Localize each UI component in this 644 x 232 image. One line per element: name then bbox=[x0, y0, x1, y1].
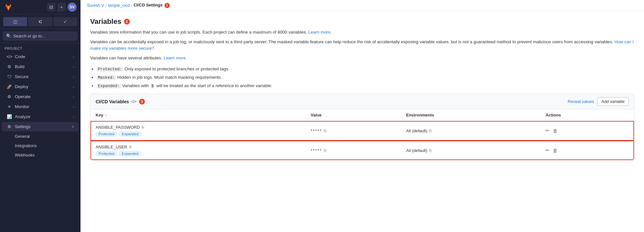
table-body: ANSIBLE_PASSWORD ⎘ Protected Expanded bbox=[90, 121, 634, 160]
sidebar-search-container: 🔍 Search or go to... bbox=[0, 29, 80, 43]
breadcrumb: Suresh V / simple_cicd / CI/CD Settings … bbox=[80, 0, 644, 11]
chevron-right-icon: › bbox=[73, 95, 74, 99]
sidebar-item-analyze-label: Analyze bbox=[15, 114, 30, 119]
sidebar-item-analyze[interactable]: 📊 Analyze › bbox=[2, 112, 79, 121]
nav-merge-btn[interactable]: ⑆ bbox=[28, 17, 52, 26]
row1-edit-icon[interactable]: ✏ bbox=[545, 128, 550, 134]
main-content: Suresh V / simple_cicd / CI/CD Settings … bbox=[80, 0, 644, 232]
nav-issues-btn[interactable]: ◫ bbox=[3, 17, 27, 26]
row2-value-cell: ***** ⎘ bbox=[306, 141, 401, 160]
learn-more-link-1[interactable]: Learn more. bbox=[308, 30, 332, 35]
sidebar-item-settings-label: Settings bbox=[15, 124, 31, 129]
sidebar-item-monitor[interactable]: ≡ Monitor › bbox=[2, 102, 79, 111]
row2-key-cell: ANSIBLE_USER ⎘ Protected Expanded bbox=[90, 141, 306, 160]
table-header-row: Key ↑ Value Environments Actions bbox=[90, 109, 634, 121]
table-row: ANSIBLE_USER ⎘ Protected Expanded bbox=[90, 141, 634, 160]
row1-env-cell: All (default) ⎘ bbox=[401, 121, 540, 141]
new-item-icon[interactable]: + bbox=[57, 3, 66, 11]
sidebar-item-build[interactable]: ⚙ Build › bbox=[2, 62, 79, 71]
sidebar-item-deploy[interactable]: 🚀 Deploy › bbox=[2, 82, 79, 91]
project-section-label: Project bbox=[0, 43, 80, 52]
row2-copy-env-icon[interactable]: ⎘ bbox=[429, 148, 432, 153]
gitlab-logo[interactable] bbox=[4, 3, 13, 12]
sidebar-item-webhooks[interactable]: Webhooks bbox=[2, 151, 79, 159]
code-icon: </> bbox=[6, 54, 12, 59]
sidebar-item-deploy-label: Deploy bbox=[15, 84, 28, 89]
row1-copy-env-icon[interactable]: ⎘ bbox=[429, 128, 432, 133]
col-environments: Environments bbox=[401, 109, 540, 121]
operate-icon: ⚙ bbox=[6, 94, 12, 99]
breadcrumb-project[interactable]: simple_cicd bbox=[108, 3, 130, 8]
sidebar-item-build-label: Build bbox=[15, 64, 24, 69]
search-placeholder: Search or go to... bbox=[13, 34, 45, 38]
page-content: Variables 2 Variables store information … bbox=[80, 11, 644, 232]
search-icon: 🔍 bbox=[6, 34, 11, 38]
sidebar-item-secure[interactable]: 🛡 Secure › bbox=[2, 72, 79, 81]
secure-icon: 🛡 bbox=[6, 74, 12, 79]
chevron-right-icon: › bbox=[73, 55, 74, 59]
row2-actions-cell: ✏ 🗑 bbox=[540, 141, 634, 160]
row2-edit-icon[interactable]: ✏ bbox=[545, 147, 550, 153]
user-avatar[interactable]: SV bbox=[68, 3, 77, 12]
nav-badge: 1 bbox=[165, 3, 170, 8]
chevron-right-icon: › bbox=[73, 75, 74, 79]
chevron-down-icon: ∨ bbox=[71, 125, 74, 129]
row2-delete-icon[interactable]: 🗑 bbox=[553, 148, 558, 153]
nav-ci-btn[interactable]: ✓ bbox=[53, 17, 77, 26]
row2-copy-key-icon[interactable]: ⎘ bbox=[129, 145, 132, 149]
row1-copy-value-icon[interactable]: ⎘ bbox=[324, 128, 327, 133]
chevron-right-icon: › bbox=[73, 65, 74, 69]
table-head: Key ↑ Value Environments Actions bbox=[90, 109, 634, 121]
expanded-code: Expanded: bbox=[97, 84, 121, 89]
row1-delete-icon[interactable]: 🗑 bbox=[553, 128, 558, 134]
variables-table: Key ↑ Value Environments Actions bbox=[90, 109, 634, 160]
row1-copy-key-icon[interactable]: ⎘ bbox=[142, 125, 144, 130]
sidebar-item-operate[interactable]: ⚙ Operate › bbox=[2, 92, 79, 101]
row1-actions-cell: ✏ 🗑 bbox=[540, 121, 634, 141]
breadcrumb-sep-2: / bbox=[131, 3, 132, 8]
sidebar-item-code[interactable]: </> Code › bbox=[2, 52, 79, 61]
sidebar-item-general[interactable]: General bbox=[2, 132, 79, 141]
row1-value: ***** bbox=[311, 128, 322, 133]
monitor-icon: ≡ bbox=[6, 104, 12, 109]
sidebar-item-integrations[interactable]: Integrations bbox=[2, 141, 79, 150]
table-row: ANSIBLE_PASSWORD ⎘ Protected Expanded bbox=[90, 121, 634, 141]
row2-tag-expanded: Expanded bbox=[119, 151, 141, 156]
masked-code: Masked: bbox=[97, 75, 116, 80]
row2-value: ***** bbox=[311, 148, 322, 153]
row1-tag-expanded: Expanded bbox=[119, 131, 141, 136]
sidebar-item-code-label: Code bbox=[15, 54, 25, 59]
description-3: Variables can have several attributes. L… bbox=[90, 55, 634, 61]
sidebar-top-left bbox=[4, 3, 13, 12]
row1-value-cell: ***** ⎘ bbox=[306, 121, 401, 141]
panel-title-icon: </> bbox=[131, 99, 137, 104]
sort-icon[interactable]: ↑ bbox=[105, 113, 107, 117]
variables-panel-header: CI/CD Variables </> 3 Reveal values Add … bbox=[90, 94, 634, 109]
bullets-list: Protected: Only exposed to protected bra… bbox=[97, 66, 634, 90]
variables-panel: CI/CD Variables </> 3 Reveal values Add … bbox=[90, 94, 634, 160]
bullet-protected: Protected: Only exposed to protected bra… bbox=[97, 66, 634, 73]
row1-env: All (default) bbox=[406, 128, 427, 133]
sidebar-item-settings[interactable]: ⚙ Settings ∨ bbox=[2, 122, 79, 131]
col-value: Value bbox=[306, 109, 401, 121]
row1-key-cell: ANSIBLE_PASSWORD ⎘ Protected Expanded bbox=[90, 121, 306, 141]
breadcrumb-user[interactable]: Suresh V bbox=[87, 3, 104, 8]
row2-tag-protected: Protected bbox=[96, 151, 117, 156]
reveal-values-button[interactable]: Reveal values bbox=[568, 99, 594, 104]
sidebar-search[interactable]: 🔍 Search or go to... bbox=[3, 32, 77, 40]
settings-icon: ⚙ bbox=[6, 124, 12, 129]
variables-count-badge: 2 bbox=[124, 19, 130, 25]
learn-more-link-2[interactable]: Learn more. bbox=[164, 55, 187, 60]
sidebar-nav-icons: ◫ ⑆ ✓ bbox=[0, 15, 80, 29]
analyze-icon: 📊 bbox=[6, 114, 12, 119]
row2-copy-value-icon[interactable]: ⎘ bbox=[324, 148, 327, 153]
row1-key-name: ANSIBLE_PASSWORD bbox=[96, 125, 140, 130]
breadcrumb-current: CI/CD Settings 1 bbox=[134, 3, 170, 8]
add-variable-button[interactable]: Add variable bbox=[597, 97, 629, 106]
sidebar-top-bar: ⊟ + SV bbox=[0, 0, 80, 15]
bullet-masked: Masked: Hidden in job logs. Must match m… bbox=[97, 74, 634, 81]
toggle-sidebar-icon[interactable]: ⊟ bbox=[47, 3, 55, 11]
row2-env-cell: All (default) ⎘ bbox=[401, 141, 540, 160]
deploy-icon: 🚀 bbox=[6, 84, 12, 89]
row1-tag-protected: Protected bbox=[96, 131, 117, 136]
